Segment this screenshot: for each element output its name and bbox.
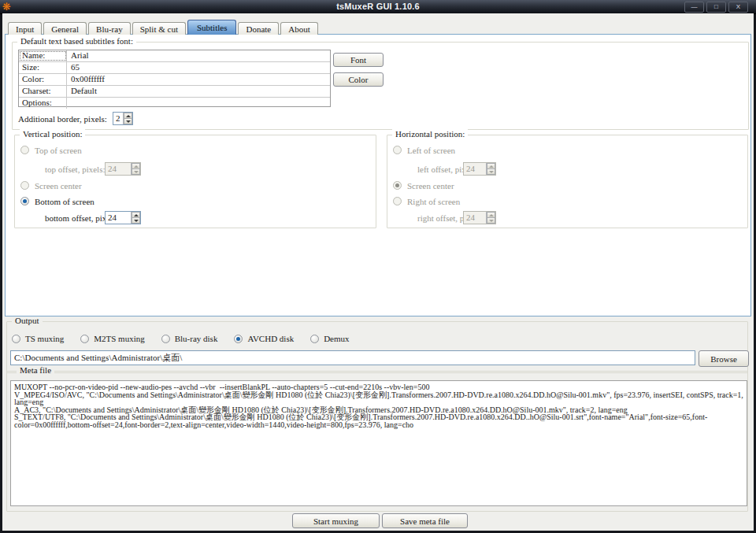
bluray-disk-label[interactable]: Blu-ray disk [175, 334, 218, 343]
font-color-label: Color: [19, 74, 67, 85]
tab-split-cut[interactable]: Split & cut [132, 22, 186, 35]
m2ts-muxing-radio[interactable] [80, 335, 89, 343]
avchd-disk-radio[interactable] [234, 335, 243, 343]
save-meta-file-button[interactable]: Save meta file [382, 513, 468, 528]
maximize-icon: □ [714, 3, 718, 10]
tab-donate[interactable]: Donate [238, 22, 279, 35]
bottom-offset-spinner[interactable]: 24 [105, 211, 141, 224]
spinner-arrows [486, 212, 495, 224]
spin-down-icon [487, 218, 495, 224]
additional-border-spinner[interactable]: 2 [113, 112, 133, 125]
horizontal-position-group: Horizontal position: Left of screen left… [387, 135, 748, 228]
top-offset-label: top offset, pixels: [45, 165, 105, 174]
window-content: Input General Blu-ray Split & cut Subtit… [2, 13, 754, 531]
horizontal-group-title: Horizontal position: [392, 129, 468, 139]
spin-up-icon [132, 163, 140, 169]
bottom-of-screen-radio[interactable] [20, 197, 29, 205]
tab-input[interactable]: Input [8, 22, 42, 35]
tab-bluray[interactable]: Blu-ray [88, 22, 131, 35]
browse-button[interactable]: Browse [699, 350, 749, 367]
demux-label[interactable]: Demux [324, 334, 349, 343]
tab-subtitles[interactable]: Subtitles [187, 20, 237, 35]
output-group: Output TS muxing M2TS muxing Blu-ray dis… [6, 321, 748, 373]
spin-down-icon [487, 169, 495, 175]
output-path-input[interactable] [10, 350, 695, 365]
meta-file-group: Meta file MUXOPT --no-pcr-on-video-pid -… [6, 371, 748, 512]
font-name-value[interactable]: Arial [67, 50, 330, 61]
spin-up-icon [487, 212, 495, 218]
top-of-screen-radio [20, 146, 29, 154]
font-size-value[interactable]: 65 [67, 62, 330, 73]
spin-down-icon [132, 169, 140, 175]
font-name-label: Name: [19, 50, 67, 61]
output-group-title: Output [12, 316, 43, 325]
m2ts-muxing-label[interactable]: M2TS muxing [94, 334, 144, 343]
meta-file-textarea[interactable]: MUXOPT --no-pcr-on-video-pid --new-audio… [10, 380, 747, 506]
font-size-label: Size: [19, 62, 67, 73]
table-row: Charset: Default [19, 86, 330, 98]
bluray-disk-radio[interactable] [161, 335, 170, 343]
tsmuxer-gui-window: { "titlebar": { "title": "tsMuxeR GUI 1.… [0, 0, 756, 533]
horizontal-screen-center-radio [393, 181, 402, 190]
start-muxing-button[interactable]: Start muxing [292, 513, 380, 528]
right-offset-value: 24 [464, 212, 486, 224]
spin-up-icon[interactable] [132, 212, 140, 218]
color-button[interactable]: Color [333, 72, 384, 87]
top-offset-value: 24 [106, 163, 131, 175]
additional-border-value[interactable]: 2 [113, 113, 123, 124]
tab-general[interactable]: General [43, 22, 87, 35]
window-controls: — □ X [684, 2, 748, 13]
font-options-label: Options: [19, 98, 67, 109]
maximize-button[interactable]: □ [706, 2, 726, 13]
table-row: Size: 65 [19, 62, 330, 74]
minimize-button[interactable]: — [684, 2, 704, 13]
titlebar[interactable]: ❋ tsMuxeR GUI 1.10.6 — □ X [0, 0, 756, 14]
font-options-value[interactable] [67, 98, 330, 109]
vertical-screen-center-label: Screen center [35, 181, 82, 191]
close-button[interactable]: X [728, 2, 748, 13]
horizontal-screen-center-label: Screen center [407, 181, 454, 191]
spin-up-icon [487, 163, 495, 169]
demux-radio[interactable] [310, 335, 319, 343]
tab-about[interactable]: About [280, 22, 318, 35]
top-offset-spinner: 24 [105, 162, 141, 176]
font-properties-table: Name: Arial Size: 65 Color: 0x00ffffff C… [18, 50, 331, 107]
table-row: Options: [19, 98, 330, 109]
spin-up-icon[interactable] [124, 113, 132, 119]
font-charset-value[interactable]: Default [67, 86, 330, 97]
font-button[interactable]: Font [333, 53, 384, 67]
right-of-screen-label: Right of screen [407, 197, 460, 206]
top-of-screen-label: Top of screen [35, 146, 82, 155]
ts-muxing-radio[interactable] [12, 335, 20, 343]
minimize-icon: — [691, 3, 698, 10]
vertical-screen-center-radio [20, 181, 29, 190]
window-title: tsMuxeR GUI 1.10.6 [0, 2, 756, 11]
spin-down-icon[interactable] [132, 218, 140, 224]
bottom-of-screen-label[interactable]: Bottom of screen [35, 197, 94, 206]
output-mode-row: TS muxing M2TS muxing Blu-ray disk AVCHD… [12, 334, 366, 343]
avchd-disk-label[interactable]: AVCHD disk [247, 334, 294, 343]
vertical-position-group: Vertical position: Top of screen top off… [14, 135, 376, 228]
font-charset-label: Charset: [19, 86, 67, 97]
table-row: Color: 0x00ffffff [19, 74, 330, 86]
close-icon: X [736, 3, 740, 10]
left-offset-spinner: 24 [463, 162, 496, 176]
spinner-arrows [131, 212, 140, 224]
additional-border-label: Additional border, pixels: [18, 114, 107, 124]
font-group: Default text based subtitles font: Name:… [12, 42, 749, 130]
tab-bar: Input General Blu-ray Split & cut Subtit… [8, 20, 320, 35]
right-of-screen-radio [393, 197, 402, 205]
font-color-value[interactable]: 0x00ffffff [67, 74, 330, 85]
bottom-offset-value[interactable]: 24 [106, 212, 131, 224]
table-row: Name: Arial [19, 50, 330, 62]
spin-down-icon[interactable] [124, 119, 132, 124]
spinner-arrows [131, 163, 140, 175]
ts-muxing-label[interactable]: TS muxing [25, 334, 64, 343]
spinner-arrows [486, 163, 495, 175]
left-of-screen-radio [393, 146, 402, 154]
right-offset-spinner: 24 [463, 211, 496, 224]
left-offset-value: 24 [464, 163, 486, 175]
left-of-screen-label: Left of screen [407, 146, 455, 155]
vertical-group-title: Vertical position: [20, 129, 85, 139]
meta-file-title: Meta file [17, 365, 54, 375]
